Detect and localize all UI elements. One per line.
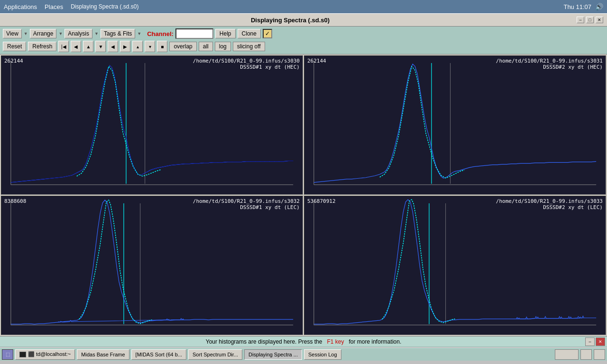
channel-input[interactable] bbox=[175, 28, 213, 39]
taskbar-displaying-spectra[interactable]: Displaying Spectra ... bbox=[244, 349, 302, 360]
taskbar-sort-spectrum[interactable]: Sort Spectrum Dir... bbox=[188, 349, 242, 360]
overlap-button[interactable]: overlap bbox=[169, 42, 196, 51]
clone-button[interactable]: Clone bbox=[238, 29, 261, 38]
nav-page-up-button[interactable]: ▴ bbox=[132, 41, 143, 52]
taskbar: ⬚ ⬛ td@localhost:~ Midas Base Frame [MID… bbox=[0, 347, 607, 361]
all-button[interactable]: all bbox=[199, 42, 213, 51]
arrange-menu[interactable]: Arrange bbox=[30, 29, 57, 38]
time-display: Thu 11:07 bbox=[563, 3, 591, 10]
channel-label: Channel: bbox=[147, 30, 174, 37]
toolbar-row1: View ▼ Arrange ▼ Analysis ▼ Tags & Fits … bbox=[3, 28, 604, 39]
checkbox-toggle[interactable]: ✓ bbox=[263, 29, 272, 38]
plot2-count: 262144 bbox=[307, 58, 326, 64]
system-bar-left: Applications Places Displaying Spectra (… bbox=[4, 3, 139, 10]
window-title-bar: Displaying Spectra (.sd.s0) bbox=[71, 3, 138, 10]
reset-button[interactable]: Reset bbox=[3, 42, 26, 51]
taskbar-midas-sort[interactable]: [MIDAS Sort (64 b... bbox=[131, 349, 186, 360]
view-menu[interactable]: View bbox=[3, 29, 22, 38]
maximize-button[interactable]: □ bbox=[586, 17, 594, 23]
nav-down-button[interactable]: ▼ bbox=[95, 41, 106, 52]
plot1-info: /home/td/S100/R21_0-99.infus/s3030 DSSSD… bbox=[193, 58, 300, 70]
plot4-count: 536870912 bbox=[307, 198, 336, 204]
plot3-count: 8388608 bbox=[4, 198, 26, 204]
plot1-count: 262144 bbox=[4, 58, 23, 64]
screen-button[interactable]: ⬚ bbox=[2, 349, 13, 360]
plot2-info: /home/td/S100/R21_0-99.infus/s3031 DSSSD… bbox=[496, 58, 603, 70]
svg-rect-0 bbox=[1, 56, 303, 194]
tags-fits-menu[interactable]: Tags & Fits bbox=[101, 29, 135, 38]
svg-rect-5 bbox=[304, 56, 606, 194]
nav-up-button[interactable]: ▲ bbox=[83, 41, 93, 52]
plot4-svg bbox=[304, 196, 606, 335]
title-bar: Displaying Spectra (.sd.s0) – □ ✕ bbox=[0, 13, 607, 27]
taskbar-session-log[interactable]: Session Log bbox=[304, 349, 341, 360]
main-content: 262144 /home/td/S100/R21_0-99.infus/s303… bbox=[0, 55, 607, 336]
plot-panel-1[interactable]: 262144 /home/td/S100/R21_0-99.infus/s303… bbox=[1, 55, 303, 195]
close-button[interactable]: ✕ bbox=[596, 17, 603, 23]
status-bar-right: – ✕ bbox=[585, 337, 605, 346]
plot3-svg bbox=[1, 196, 303, 335]
plot1-svg bbox=[1, 56, 303, 194]
help-button[interactable]: Help bbox=[215, 29, 236, 38]
plot-panel-2[interactable]: 262144 /home/td/S100/R21_0-99.infus/s303… bbox=[304, 55, 606, 195]
applications-menu[interactable]: Applications bbox=[4, 3, 37, 10]
slicing-off-button[interactable]: slicing off bbox=[233, 42, 265, 51]
title-bar-buttons: – □ ✕ bbox=[577, 17, 603, 23]
places-menu[interactable]: Places bbox=[45, 3, 63, 10]
status-text: Your histograms are displayed here. Pres… bbox=[206, 338, 401, 345]
nav-prev-button[interactable]: ◀ bbox=[71, 41, 81, 52]
taskbar-small-btn1[interactable] bbox=[580, 349, 592, 360]
taskbar-midas-base[interactable]: Midas Base Frame bbox=[77, 349, 129, 360]
status-close-btn[interactable]: ✕ bbox=[596, 337, 605, 346]
taskbar-terminal[interactable]: ⬛ td@localhost:~ bbox=[15, 349, 75, 360]
toolbar-row2: Reset Refresh |◀ ◀ ▲ ▼ ◀ ▶ ▴ ▾ ■ overlap… bbox=[3, 41, 604, 52]
refresh-button[interactable]: Refresh bbox=[28, 42, 56, 51]
status-minimize-btn[interactable]: – bbox=[585, 337, 595, 346]
plot4-info: /home/td/S100/R21_0-99.infus/s3033 DSSSD… bbox=[496, 198, 603, 210]
analysis-menu[interactable]: Analysis bbox=[64, 29, 92, 38]
nav-stop-button[interactable]: ■ bbox=[157, 41, 167, 52]
plot-panel-4[interactable]: 536870912 /home/td/S100/R21_0-99.infus/s… bbox=[304, 196, 606, 335]
nav-page-down-button[interactable]: ▾ bbox=[145, 41, 155, 52]
status-bar: Your histograms are displayed here. Pres… bbox=[0, 336, 607, 347]
plot3-info: /home/td/S100/R21_0-99.infus/s3032 DSSSD… bbox=[193, 198, 300, 210]
window-title: Displaying Spectra (.sd.s0) bbox=[251, 17, 330, 24]
svg-rect-10 bbox=[1, 196, 303, 335]
taskbar-end-btn1[interactable] bbox=[555, 349, 579, 360]
plot-panel-3[interactable]: 8388608 /home/td/S100/R21_0-99.infus/s30… bbox=[1, 196, 303, 335]
system-bar-right: Thu 11:07 🔊 bbox=[563, 3, 603, 10]
log-button[interactable]: log bbox=[215, 42, 231, 51]
minimize-button[interactable]: – bbox=[577, 17, 584, 23]
taskbar-small-btn2[interactable] bbox=[594, 349, 605, 360]
nav-right-button[interactable]: ▶ bbox=[120, 41, 130, 52]
svg-rect-15 bbox=[304, 196, 606, 335]
speaker-icon[interactable]: 🔊 bbox=[595, 3, 603, 10]
plot2-svg bbox=[304, 56, 606, 194]
nav-first-button[interactable]: |◀ bbox=[58, 41, 69, 52]
nav-left-button[interactable]: ◀ bbox=[108, 41, 118, 52]
system-bar: Applications Places Displaying Spectra (… bbox=[0, 0, 607, 13]
toolbar: View ▼ Arrange ▼ Analysis ▼ Tags & Fits … bbox=[0, 27, 607, 55]
